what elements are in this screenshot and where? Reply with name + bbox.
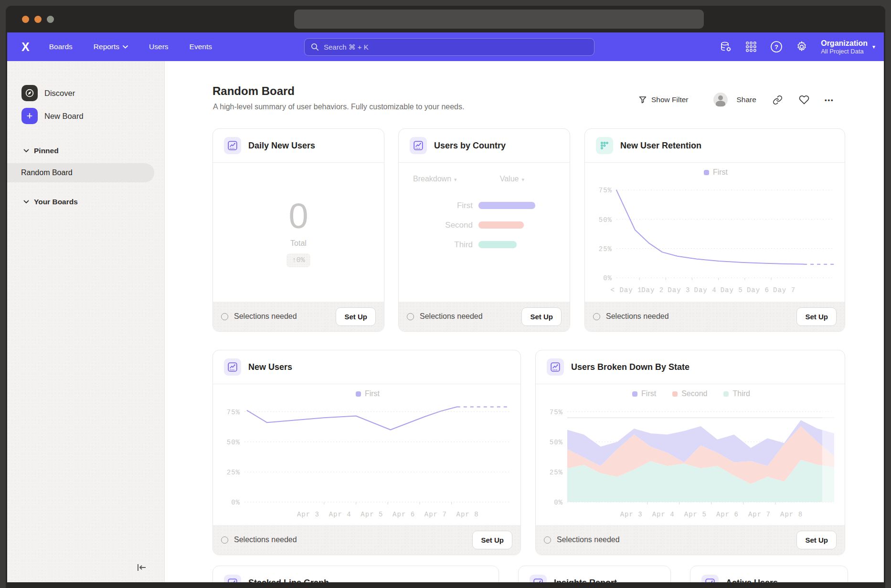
settings-gear-icon[interactable] bbox=[796, 41, 808, 53]
chevron-down-icon bbox=[123, 45, 128, 49]
stacked-area-chart[interactable]: 75%50%25%0%Apr 3Apr 4Apr 5Apr 6Apr 7Apr … bbox=[544, 400, 838, 522]
svg-text:Day 3: Day 3 bbox=[668, 286, 690, 294]
legend-item: First bbox=[704, 168, 728, 177]
url-bar[interactable] bbox=[294, 10, 704, 29]
org-name: Organization bbox=[821, 39, 868, 48]
svg-text:0%: 0% bbox=[554, 499, 563, 506]
svg-text:50%: 50% bbox=[227, 439, 240, 446]
card-insights-report: Insights Report bbox=[518, 566, 671, 582]
status-text: Selections needed bbox=[420, 312, 483, 321]
line-chart-icon bbox=[224, 575, 241, 583]
line-chart-icon bbox=[701, 575, 719, 583]
value-dropdown[interactable]: Value▾ bbox=[500, 175, 524, 183]
sidebar-section-pinned[interactable]: Pinned bbox=[23, 146, 164, 156]
breakdown-row: Third bbox=[399, 235, 570, 254]
search-input[interactable]: Search ⌘ + K bbox=[304, 38, 594, 56]
nav-items: Boards Reports Users Events bbox=[49, 42, 212, 51]
browser-window: X Boards Reports Users Events bbox=[6, 6, 885, 588]
board-content: Random Board A high-level summary of use… bbox=[165, 61, 884, 582]
retention-line-chart[interactable]: 75%50%25%0%< Day 1Day 2Day 3Day 4Day 5Da… bbox=[594, 178, 838, 298]
svg-text:75%: 75% bbox=[227, 409, 240, 416]
card-stacked-line-graph: Stacked Line Graph bbox=[212, 566, 499, 582]
sidebar-item-new-board[interactable]: + New Board bbox=[21, 108, 164, 124]
page-subtitle: A high-level summary of user behaviors. … bbox=[213, 103, 464, 111]
set-up-button[interactable]: Set Up bbox=[336, 307, 376, 326]
new-users-line-chart[interactable]: 75%50%25%0%Apr 3Apr 4Apr 5Apr 6Apr 7Apr … bbox=[222, 400, 514, 522]
copy-link-icon[interactable] bbox=[773, 95, 783, 105]
apps-grid-icon[interactable] bbox=[745, 41, 757, 53]
more-options-button[interactable]: ••• bbox=[825, 96, 834, 104]
nav-item-reports[interactable]: Reports bbox=[94, 42, 128, 51]
navbar-right: ? Organization All Project Data ▾ bbox=[720, 32, 875, 61]
set-up-button[interactable]: Set Up bbox=[472, 531, 512, 549]
set-up-button[interactable]: Set Up bbox=[521, 307, 562, 326]
svg-text:Apr 4: Apr 4 bbox=[652, 511, 675, 518]
svg-text:25%: 25% bbox=[550, 469, 563, 476]
chart-legend: First Second Third bbox=[544, 388, 838, 400]
data-management-icon[interactable] bbox=[720, 41, 732, 53]
favorite-heart-icon[interactable] bbox=[799, 95, 809, 105]
line-chart-icon bbox=[410, 137, 427, 154]
svg-text:Apr 8: Apr 8 bbox=[780, 511, 803, 518]
legend-item: First bbox=[356, 389, 380, 398]
legend-swatch bbox=[723, 391, 729, 397]
card-active-users: Active Users bbox=[690, 566, 848, 582]
status-text: Selections needed bbox=[234, 536, 297, 544]
caret-down-icon: ▾ bbox=[521, 177, 524, 182]
svg-text:Apr 7: Apr 7 bbox=[748, 511, 771, 518]
svg-text:50%: 50% bbox=[599, 216, 612, 224]
mixpanel-logo[interactable]: X bbox=[21, 40, 29, 54]
set-up-button[interactable]: Set Up bbox=[796, 531, 837, 549]
card-daily-new-users: Daily New Users 0 Total ↑0% Selections n… bbox=[212, 128, 384, 332]
chart-legend: First bbox=[222, 388, 514, 400]
search-icon bbox=[311, 43, 319, 51]
sidebar-item-discover[interactable]: Discover bbox=[21, 85, 164, 101]
legend-swatch bbox=[632, 391, 637, 397]
status-text: Selections needed bbox=[234, 312, 297, 321]
status-circle-icon bbox=[407, 313, 414, 320]
traffic-light-close[interactable] bbox=[22, 16, 29, 23]
svg-text:25%: 25% bbox=[599, 245, 612, 253]
nav-item-users[interactable]: Users bbox=[149, 42, 168, 51]
plus-icon: + bbox=[21, 108, 38, 124]
svg-text:25%: 25% bbox=[227, 469, 240, 476]
breakdown-dropdown[interactable]: Breakdown▾ bbox=[413, 175, 457, 183]
card-new-users: New Users First 75%50%25%0%Apr 3Apr 4Apr… bbox=[212, 350, 521, 555]
status-text: Selections needed bbox=[606, 312, 669, 321]
breakdown-bar-first bbox=[478, 202, 535, 209]
nav-item-events[interactable]: Events bbox=[190, 42, 212, 51]
caret-down-icon: ▾ bbox=[872, 43, 875, 50]
org-project-label: All Project Data bbox=[821, 48, 868, 55]
svg-text:Apr 3: Apr 3 bbox=[297, 511, 319, 518]
help-icon[interactable]: ? bbox=[770, 41, 783, 53]
status-circle-icon bbox=[221, 536, 228, 544]
set-up-button[interactable]: Set Up bbox=[796, 307, 837, 326]
org-switcher[interactable]: Organization All Project Data ▾ bbox=[821, 39, 875, 55]
share-button[interactable]: Share bbox=[737, 95, 756, 104]
card-title: New Users bbox=[248, 362, 292, 372]
show-filter-button[interactable]: Show Filter bbox=[638, 95, 689, 104]
titlebar bbox=[6, 6, 885, 32]
line-chart-icon bbox=[530, 575, 547, 583]
svg-text:75%: 75% bbox=[599, 187, 612, 194]
svg-text:Day 7: Day 7 bbox=[773, 286, 796, 294]
chevron-down-icon bbox=[23, 149, 29, 153]
card-title: Daily New Users bbox=[248, 141, 315, 151]
svg-text:Day 5: Day 5 bbox=[721, 286, 743, 294]
sidebar-item-random-board[interactable]: Random Board bbox=[7, 163, 154, 182]
line-chart-icon bbox=[547, 358, 564, 376]
svg-text:0%: 0% bbox=[603, 274, 612, 282]
collapse-sidebar-button[interactable] bbox=[137, 563, 147, 574]
svg-text:Apr 5: Apr 5 bbox=[684, 511, 707, 518]
legend-item: Second bbox=[672, 389, 707, 398]
status-circle-icon bbox=[544, 536, 551, 544]
traffic-light-minimize[interactable] bbox=[34, 16, 42, 23]
line-chart-icon bbox=[224, 358, 241, 376]
line-chart-icon bbox=[224, 137, 241, 154]
nav-item-boards[interactable]: Boards bbox=[49, 42, 73, 51]
filter-funnel-icon bbox=[638, 95, 647, 104]
caret-down-icon: ▾ bbox=[454, 177, 457, 182]
sidebar-section-your-boards[interactable]: Your Boards bbox=[23, 197, 164, 207]
avatar[interactable] bbox=[713, 93, 728, 107]
traffic-light-zoom[interactable] bbox=[47, 16, 54, 23]
